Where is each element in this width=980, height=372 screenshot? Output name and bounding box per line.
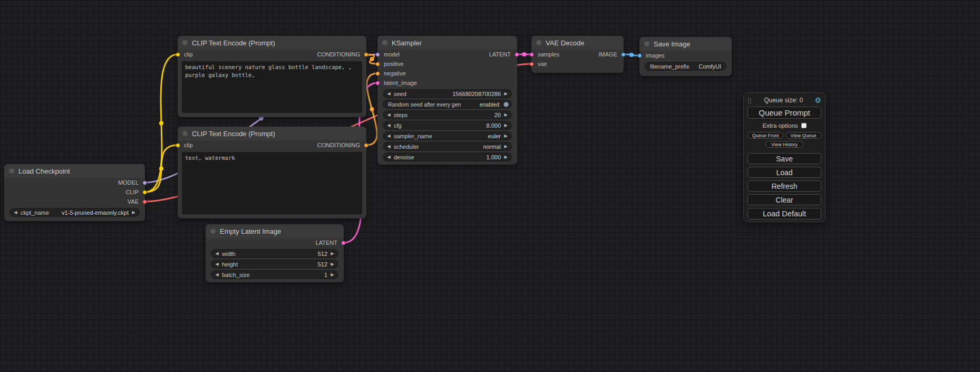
increment-arrow-icon[interactable]: ▶ [329, 272, 335, 277]
widget-value: 512 [316, 251, 329, 257]
slot-label-negative: negative [384, 70, 406, 77]
increment-arrow-icon[interactable]: ▶ [329, 262, 335, 266]
node-ksampler[interactable]: KSampler model LATENT positive negative … [377, 36, 517, 165]
increment-arrow-icon[interactable]: ▶ [503, 123, 509, 128]
output-dot-conditioning[interactable] [364, 52, 368, 57]
refresh-button[interactable]: Refresh [748, 180, 821, 192]
collapse-dot[interactable] [182, 40, 188, 45]
increment-arrow-icon[interactable]: ▶ [503, 112, 509, 117]
widget-label: scheduler [394, 144, 419, 150]
widget-value: normal [481, 144, 503, 150]
output-dot-latent[interactable] [341, 241, 346, 245]
extra-options-checkbox[interactable] [801, 123, 807, 128]
decrement-arrow-icon[interactable]: ◀ [386, 155, 392, 159]
collapse-dot[interactable] [210, 228, 216, 234]
prompt-text-input[interactable]: text, watermark [182, 152, 362, 214]
prev-arrow-icon[interactable]: ◀ [13, 210, 18, 215]
link-midpoint-dot [159, 121, 163, 126]
next-arrow-icon[interactable]: ▶ [131, 210, 137, 215]
decrement-arrow-icon[interactable]: ◀ [386, 123, 392, 128]
prev-arrow-icon[interactable]: ◀ [386, 144, 392, 149]
collapse-dot[interactable] [536, 40, 541, 45]
node-save-image[interactable]: Save Image images filename_prefix ComfyU… [639, 37, 732, 76]
queue-size-label: Queue size: 0 [752, 97, 814, 104]
decrement-arrow-icon[interactable]: ◀ [386, 91, 392, 96]
prev-arrow-icon[interactable]: ◀ [386, 133, 392, 138]
decrement-arrow-icon[interactable]: ◀ [214, 272, 220, 277]
next-arrow-icon[interactable]: ▶ [503, 133, 509, 138]
slot-label-conditioning: CONDITIONING [317, 142, 360, 148]
widget-denoise[interactable]: ◀ denoise 1.000 ▶ [383, 152, 512, 161]
input-dot-negative[interactable] [375, 71, 380, 76]
increment-arrow-icon[interactable]: ▶ [329, 251, 335, 256]
decrement-arrow-icon[interactable]: ◀ [214, 262, 220, 266]
settings-gear-icon[interactable]: ⚙ [814, 96, 821, 104]
node-clip-text-encode-negative[interactable]: CLIP Text Encode (Prompt) clip CONDITION… [178, 127, 366, 218]
widget-value: 8.000 [484, 122, 503, 129]
output-dot-conditioning[interactable] [364, 143, 368, 148]
widget-height[interactable]: ◀ height 512 ▶ [211, 260, 338, 269]
view-history-button[interactable]: View History [765, 141, 803, 148]
increment-arrow-icon[interactable]: ▶ [503, 155, 509, 159]
slot-row-clip-conditioning: clip CONDITIONING [178, 140, 366, 150]
widget-cfg[interactable]: ◀ cfg 8.000 ▶ [383, 121, 512, 130]
input-dot-model[interactable] [375, 52, 380, 57]
output-dot-image[interactable] [621, 52, 626, 57]
drag-handle-icon[interactable] [748, 97, 752, 104]
input-dot-clip[interactable] [176, 143, 180, 148]
widget-value: euler [486, 133, 503, 139]
widget-label: cfg [394, 122, 402, 129]
toggle-dot-icon[interactable] [503, 102, 509, 107]
node-load-checkpoint[interactable]: Load Checkpoint MODEL CLIP VAE ◀ ckpt_na… [4, 164, 145, 221]
widget-batch-size[interactable]: ◀ batch_size 1 ▶ [211, 270, 338, 279]
input-dot-images[interactable] [637, 53, 642, 58]
node-empty-latent-image[interactable]: Empty Latent Image LATENT ◀ width 512 ▶ … [206, 224, 344, 282]
node-title-bar[interactable]: KSampler [377, 36, 517, 50]
widget-ckpt-name[interactable]: ◀ ckpt_name v1-5-pruned-emaonly.ckpt ▶ [9, 208, 140, 217]
widget-steps[interactable]: ◀ steps 20 ▶ [383, 110, 512, 119]
node-title-bar[interactable]: Save Image [639, 37, 732, 51]
view-queue-button[interactable]: View Queue [785, 132, 821, 139]
node-title-bar[interactable]: Load Checkpoint [4, 164, 145, 178]
input-dot-positive[interactable] [375, 62, 380, 66]
output-dot-vae[interactable] [142, 199, 147, 204]
graph-canvas[interactable]: Load Checkpoint MODEL CLIP VAE ◀ ckpt_na… [0, 0, 980, 372]
decrement-arrow-icon[interactable]: ◀ [386, 112, 392, 117]
queue-prompt-button[interactable]: Queue Prompt [748, 107, 821, 119]
collapse-dot[interactable] [644, 41, 649, 46]
collapse-dot[interactable] [182, 131, 188, 136]
next-arrow-icon[interactable]: ▶ [503, 144, 509, 149]
input-dot-samples[interactable] [529, 52, 534, 57]
widget-label: width [222, 251, 236, 257]
node-vae-decode[interactable]: VAE Decode samples IMAGE vae [531, 36, 624, 73]
node-clip-text-encode-positive[interactable]: CLIP Text Encode (Prompt) clip CONDITION… [178, 36, 366, 117]
queue-front-button[interactable]: Queue Front [748, 132, 783, 139]
node-title-bar[interactable]: Empty Latent Image [206, 224, 344, 238]
widget-label: denoise [394, 154, 414, 160]
widget-scheduler[interactable]: ◀ scheduler normal ▶ [383, 142, 512, 151]
node-title-bar[interactable]: CLIP Text Encode (Prompt) [178, 36, 366, 50]
output-dot-clip[interactable] [142, 190, 147, 195]
load-button[interactable]: Load [748, 167, 821, 178]
widget-seed[interactable]: ◀ seed 156680208700286 ▶ [383, 89, 512, 98]
widget-value: v1-5-pruned-emaonly.ckpt [60, 209, 131, 216]
decrement-arrow-icon[interactable]: ◀ [214, 251, 220, 256]
widget-random-seed-toggle[interactable]: Random seed after every gen enabled [383, 100, 512, 109]
collapse-dot[interactable] [9, 168, 14, 174]
widget-width[interactable]: ◀ width 512 ▶ [211, 249, 338, 258]
prompt-text-input[interactable]: beautiful scenery nature glass bottle la… [182, 61, 362, 113]
node-title-bar[interactable]: VAE Decode [531, 36, 624, 50]
widget-sampler-name[interactable]: ◀ sampler_name euler ▶ [383, 131, 512, 140]
node-title-bar[interactable]: CLIP Text Encode (Prompt) [178, 127, 366, 140]
load-default-button[interactable]: Load Default [748, 208, 821, 220]
clear-button[interactable]: Clear [748, 194, 821, 205]
output-dot-model[interactable] [142, 180, 147, 185]
collapse-dot[interactable] [382, 40, 387, 45]
input-dot-vae[interactable] [529, 62, 534, 66]
output-dot-latent[interactable] [515, 52, 519, 57]
input-dot-latent-image[interactable] [375, 81, 380, 85]
increment-arrow-icon[interactable]: ▶ [503, 91, 509, 96]
save-button[interactable]: Save [748, 153, 821, 164]
input-dot-clip[interactable] [176, 52, 180, 57]
widget-filename-prefix[interactable]: filename_prefix ComfyUI [645, 62, 726, 71]
